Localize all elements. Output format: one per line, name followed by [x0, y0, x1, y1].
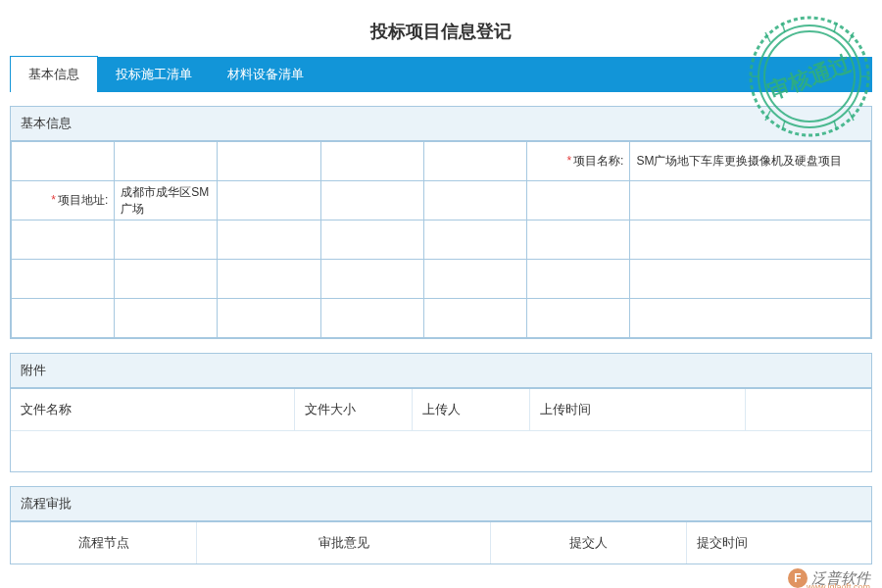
page-title: 投标项目信息登记 — [10, 10, 872, 57]
tab-material-equipment[interactable]: 材料设备清单 — [210, 57, 321, 92]
basic-info-header: 基本信息 — [11, 107, 871, 141]
col-upload-time: 上传时间 — [530, 389, 746, 430]
col-actions — [746, 389, 871, 430]
approval-section: 流程审批 流程节点 审批意见 提交人 提交时间 — [10, 486, 872, 564]
project-address-label: *项目地址: — [12, 181, 115, 220]
required-marker: * — [51, 193, 56, 207]
approval-columns: 流程节点 审批意见 提交人 提交时间 — [11, 521, 871, 564]
app-container: 投标项目信息登记 基本信息 投标施工清单 材料设备清单 基本信息 *项目名称: … — [0, 0, 882, 574]
col-file-name: 文件名称 — [11, 389, 295, 430]
required-marker: * — [566, 154, 571, 168]
col-opinion: 审批意见 — [197, 522, 491, 564]
tab-construction-list[interactable]: 投标施工清单 — [98, 57, 210, 92]
tab-basic-info[interactable]: 基本信息 — [10, 56, 98, 92]
table-row: *项目名称: SM广场地下车库更换摄像机及硬盘项目 — [12, 142, 871, 181]
attachments-columns: 文件名称 文件大小 上传人 上传时间 — [11, 388, 871, 430]
col-file-size: 文件大小 — [295, 389, 413, 430]
brand-logo-icon: F — [788, 568, 808, 588]
basic-info-table: *项目名称: SM广场地下车库更换摄像机及硬盘项目 *项目地址: 成都市成华区S… — [11, 141, 871, 338]
col-node: 流程节点 — [11, 522, 197, 564]
basic-info-section: 基本信息 *项目名称: SM广场地下车库更换摄像机及硬盘项目 *项目地址: 成都… — [10, 106, 872, 339]
project-address-value: 成都市成华区SM广场 — [115, 181, 218, 220]
table-row — [12, 260, 871, 299]
project-name-value: SM广场地下车库更换摄像机及硬盘项目 — [630, 142, 871, 181]
table-row: *项目地址: 成都市成华区SM广场 — [12, 181, 871, 220]
attachments-empty-row — [11, 430, 871, 471]
attachments-header: 附件 — [11, 354, 871, 388]
attachments-section: 附件 文件名称 文件大小 上传人 上传时间 — [10, 353, 872, 472]
col-submit-time: 提交时间 — [687, 522, 871, 564]
brand-logo: F 泛普软件 www.jglaoft.com — [788, 568, 870, 588]
col-uploader: 上传人 — [413, 389, 530, 430]
project-name-label: *项目名称: — [527, 142, 630, 181]
table-row — [12, 299, 871, 338]
tab-bar: 基本信息 投标施工清单 材料设备清单 — [10, 57, 872, 92]
table-row — [12, 220, 871, 260]
approval-header: 流程审批 — [11, 487, 871, 521]
brand-url: www.jglaoft.com — [807, 582, 870, 589]
col-submitter: 提交人 — [491, 522, 687, 564]
